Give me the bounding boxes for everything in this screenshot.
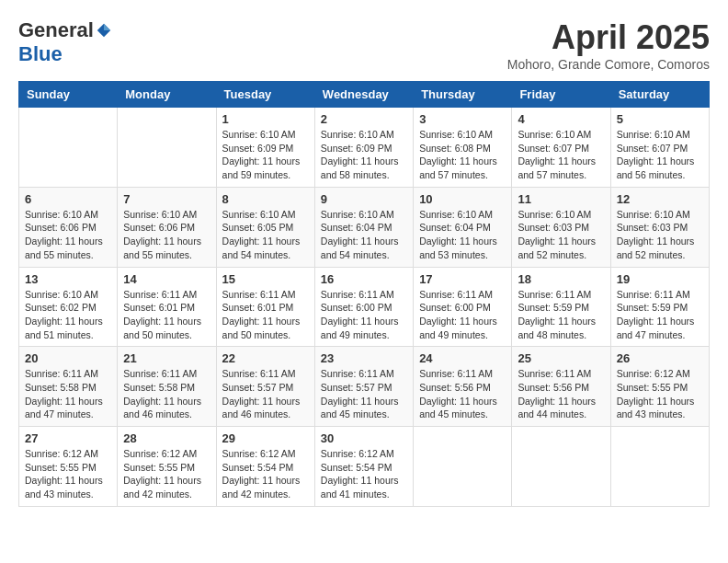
day-number: 24 — [419, 351, 506, 365]
calendar-cell: 8Sunrise: 6:10 AM Sunset: 6:05 PM Daylig… — [216, 187, 314, 267]
day-info: Sunrise: 6:10 AM Sunset: 6:05 PM Dayligh… — [222, 208, 309, 262]
location-label: Mohoro, Grande Comore, Comoros — [507, 57, 710, 72]
day-number: 5 — [617, 112, 703, 126]
day-number: 9 — [321, 192, 407, 206]
day-number: 28 — [123, 431, 210, 445]
calendar-cell: 19Sunrise: 6:11 AM Sunset: 5:59 PM Dayli… — [610, 267, 709, 347]
day-number: 23 — [321, 351, 407, 365]
day-number: 26 — [617, 351, 703, 365]
calendar-cell: 12Sunrise: 6:10 AM Sunset: 6:03 PM Dayli… — [610, 187, 709, 267]
day-number: 2 — [321, 112, 407, 126]
calendar-cell — [19, 108, 118, 188]
day-info: Sunrise: 6:10 AM Sunset: 6:06 PM Dayligh… — [25, 208, 111, 262]
day-info: Sunrise: 6:10 AM Sunset: 6:03 PM Dayligh… — [518, 208, 604, 262]
calendar-cell: 18Sunrise: 6:11 AM Sunset: 5:59 PM Dayli… — [512, 267, 610, 347]
day-info: Sunrise: 6:11 AM Sunset: 6:00 PM Dayligh… — [419, 288, 506, 342]
day-number: 22 — [222, 351, 309, 365]
day-info: Sunrise: 6:12 AM Sunset: 5:55 PM Dayligh… — [123, 447, 210, 501]
day-info: Sunrise: 6:10 AM Sunset: 6:04 PM Dayligh… — [321, 208, 407, 262]
logo-blue: Blue — [18, 42, 63, 66]
day-number: 7 — [123, 192, 210, 206]
calendar-cell — [414, 427, 512, 507]
day-info: Sunrise: 6:10 AM Sunset: 6:09 PM Dayligh… — [321, 128, 407, 182]
day-info: Sunrise: 6:12 AM Sunset: 5:55 PM Dayligh… — [25, 447, 111, 501]
calendar-cell — [512, 427, 610, 507]
logo: General Blue — [18, 18, 112, 66]
title-block: April 2025 Mohoro, Grande Comore, Comoro… — [507, 18, 710, 72]
day-info: Sunrise: 6:11 AM Sunset: 5:57 PM Dayligh… — [222, 367, 309, 421]
calendar-cell: 6Sunrise: 6:10 AM Sunset: 6:06 PM Daylig… — [19, 187, 118, 267]
calendar-cell: 25Sunrise: 6:11 AM Sunset: 5:56 PM Dayli… — [512, 347, 610, 427]
day-number: 1 — [222, 112, 309, 126]
day-info: Sunrise: 6:11 AM Sunset: 5:57 PM Dayligh… — [321, 367, 407, 421]
calendar-cell: 24Sunrise: 6:11 AM Sunset: 5:56 PM Dayli… — [414, 347, 512, 427]
day-number: 8 — [222, 192, 309, 206]
day-info: Sunrise: 6:10 AM Sunset: 6:03 PM Dayligh… — [617, 208, 703, 262]
calendar-cell: 7Sunrise: 6:10 AM Sunset: 6:06 PM Daylig… — [118, 187, 216, 267]
calendar-table: SundayMondayTuesdayWednesdayThursdayFrid… — [18, 81, 710, 507]
day-info: Sunrise: 6:10 AM Sunset: 6:07 PM Dayligh… — [518, 128, 604, 182]
day-info: Sunrise: 6:12 AM Sunset: 5:54 PM Dayligh… — [321, 447, 407, 501]
day-info: Sunrise: 6:10 AM Sunset: 6:09 PM Dayligh… — [222, 128, 309, 182]
calendar-week-row: 13Sunrise: 6:10 AM Sunset: 6:02 PM Dayli… — [19, 267, 710, 347]
month-title: April 2025 — [507, 18, 710, 57]
page-header: General Blue April 2025 Mohoro, Grande C… — [18, 18, 710, 72]
calendar-cell: 27Sunrise: 6:12 AM Sunset: 5:55 PM Dayli… — [19, 427, 118, 507]
day-number: 12 — [617, 192, 703, 206]
calendar-cell: 4Sunrise: 6:10 AM Sunset: 6:07 PM Daylig… — [512, 108, 610, 188]
day-info: Sunrise: 6:11 AM Sunset: 5:56 PM Dayligh… — [518, 367, 604, 421]
day-info: Sunrise: 6:12 AM Sunset: 5:55 PM Dayligh… — [617, 367, 703, 421]
day-info: Sunrise: 6:11 AM Sunset: 5:58 PM Dayligh… — [25, 367, 111, 421]
weekday-header: Wednesday — [314, 82, 413, 108]
svg-marker-1 — [104, 24, 110, 30]
logo-icon — [96, 22, 112, 39]
calendar-cell: 30Sunrise: 6:12 AM Sunset: 5:54 PM Dayli… — [314, 427, 413, 507]
calendar-cell: 16Sunrise: 6:11 AM Sunset: 6:00 PM Dayli… — [314, 267, 413, 347]
day-number: 21 — [123, 351, 210, 365]
day-number: 6 — [25, 192, 111, 206]
calendar-cell: 3Sunrise: 6:10 AM Sunset: 6:08 PM Daylig… — [414, 108, 512, 188]
day-number: 11 — [518, 192, 604, 206]
weekday-header: Tuesday — [216, 82, 314, 108]
day-info: Sunrise: 6:10 AM Sunset: 6:02 PM Dayligh… — [25, 288, 111, 342]
calendar-cell: 23Sunrise: 6:11 AM Sunset: 5:57 PM Dayli… — [314, 347, 413, 427]
day-info: Sunrise: 6:10 AM Sunset: 6:06 PM Dayligh… — [123, 208, 210, 262]
day-info: Sunrise: 6:10 AM Sunset: 6:08 PM Dayligh… — [419, 128, 506, 182]
day-info: Sunrise: 6:11 AM Sunset: 6:01 PM Dayligh… — [123, 288, 210, 342]
day-number: 25 — [518, 351, 604, 365]
day-info: Sunrise: 6:11 AM Sunset: 6:00 PM Dayligh… — [321, 288, 407, 342]
day-number: 13 — [25, 272, 111, 286]
day-number: 15 — [222, 272, 309, 286]
day-number: 29 — [222, 431, 309, 445]
calendar-week-row: 1Sunrise: 6:10 AM Sunset: 6:09 PM Daylig… — [19, 108, 710, 188]
weekday-header: Monday — [118, 82, 216, 108]
day-number: 4 — [518, 112, 604, 126]
weekday-header: Saturday — [610, 82, 709, 108]
calendar-cell — [118, 108, 216, 188]
day-info: Sunrise: 6:11 AM Sunset: 5:58 PM Dayligh… — [123, 367, 210, 421]
weekday-header: Thursday — [414, 82, 512, 108]
calendar-cell — [610, 427, 709, 507]
day-number: 19 — [617, 272, 703, 286]
calendar-cell: 14Sunrise: 6:11 AM Sunset: 6:01 PM Dayli… — [118, 267, 216, 347]
weekday-header: Sunday — [19, 82, 118, 108]
calendar-week-row: 20Sunrise: 6:11 AM Sunset: 5:58 PM Dayli… — [19, 347, 710, 427]
calendar-cell: 11Sunrise: 6:10 AM Sunset: 6:03 PM Dayli… — [512, 187, 610, 267]
day-number: 16 — [321, 272, 407, 286]
calendar-cell: 10Sunrise: 6:10 AM Sunset: 6:04 PM Dayli… — [414, 187, 512, 267]
day-info: Sunrise: 6:10 AM Sunset: 6:07 PM Dayligh… — [617, 128, 703, 182]
calendar-cell: 22Sunrise: 6:11 AM Sunset: 5:57 PM Dayli… — [216, 347, 314, 427]
day-number: 18 — [518, 272, 604, 286]
calendar-cell: 17Sunrise: 6:11 AM Sunset: 6:00 PM Dayli… — [414, 267, 512, 347]
day-info: Sunrise: 6:11 AM Sunset: 5:56 PM Dayligh… — [419, 367, 506, 421]
calendar-cell: 20Sunrise: 6:11 AM Sunset: 5:58 PM Dayli… — [19, 347, 118, 427]
logo-general: General — [18, 18, 94, 42]
weekday-header-row: SundayMondayTuesdayWednesdayThursdayFrid… — [19, 82, 710, 108]
day-number: 17 — [419, 272, 506, 286]
weekday-header: Friday — [512, 82, 610, 108]
calendar-cell: 2Sunrise: 6:10 AM Sunset: 6:09 PM Daylig… — [314, 108, 413, 188]
day-info: Sunrise: 6:12 AM Sunset: 5:54 PM Dayligh… — [222, 447, 309, 501]
day-number: 27 — [25, 431, 111, 445]
day-info: Sunrise: 6:11 AM Sunset: 6:01 PM Dayligh… — [222, 288, 309, 342]
calendar-cell: 13Sunrise: 6:10 AM Sunset: 6:02 PM Dayli… — [19, 267, 118, 347]
